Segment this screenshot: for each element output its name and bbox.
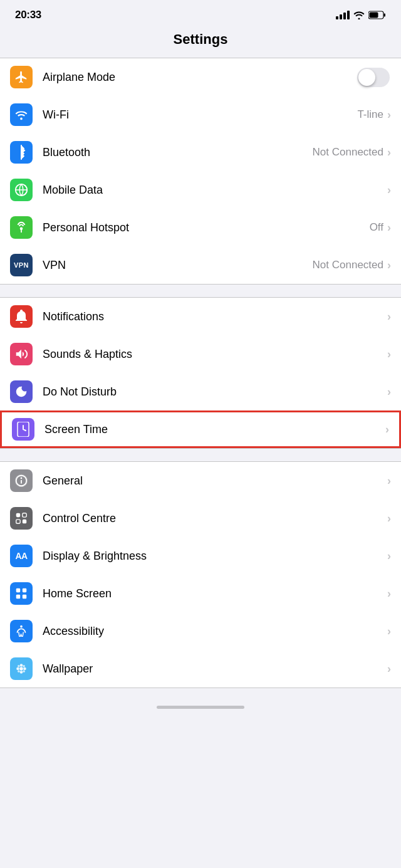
section-notifications: Notifications › Sounds & Haptics › Do No… <box>0 297 401 449</box>
svg-point-16 <box>19 667 23 671</box>
wifi-value: T-line <box>357 108 383 121</box>
status-bar: 20:33 <box>0 0 401 26</box>
airplane-mode-toggle[interactable] <box>357 68 390 87</box>
vpn-value: Not Connected <box>313 259 383 271</box>
bluetooth-icon <box>10 141 33 164</box>
wifi-label: Wi-Fi <box>43 108 357 122</box>
row-home-screen[interactable]: Home Screen › <box>0 575 401 612</box>
svg-point-23 <box>18 670 20 672</box>
row-control-centre[interactable]: Control Centre › <box>0 499 401 537</box>
general-chevron: › <box>387 475 391 486</box>
wifi-status-icon <box>353 11 365 19</box>
svg-point-15 <box>20 625 23 628</box>
wifi-icon <box>10 103 33 126</box>
hotspot-label: Personal Hotspot <box>43 221 370 234</box>
row-personal-hotspot[interactable]: Personal Hotspot Off › <box>0 209 401 246</box>
screen-time-label: Screen Time <box>44 423 385 436</box>
svg-rect-7 <box>16 513 20 517</box>
display-brightness-icon: AA <box>10 545 33 567</box>
home-screen-icon <box>10 582 33 605</box>
svg-rect-2 <box>370 13 378 18</box>
mobile-data-chevron: › <box>387 184 391 196</box>
dnd-chevron: › <box>387 386 391 397</box>
svg-rect-13 <box>16 595 20 599</box>
home-indicator <box>0 701 401 715</box>
svg-point-4 <box>20 227 23 231</box>
control-centre-chevron: › <box>387 513 391 524</box>
svg-rect-9 <box>16 520 20 523</box>
control-centre-label: Control Centre <box>43 512 387 525</box>
svg-point-21 <box>18 665 20 667</box>
svg-rect-10 <box>23 520 26 523</box>
status-icons <box>336 11 386 19</box>
airplane-mode-label: Airplane Mode <box>43 71 357 84</box>
wallpaper-label: Wallpaper <box>43 662 387 676</box>
display-aa-text: AA <box>15 551 27 561</box>
wifi-chevron: › <box>387 109 391 120</box>
row-airplane-mode[interactable]: Airplane Mode <box>0 58 401 96</box>
display-label: Display & Brightness <box>43 550 387 563</box>
svg-rect-12 <box>23 588 26 592</box>
svg-point-22 <box>23 665 25 667</box>
dnd-label: Do Not Disturb <box>43 385 387 399</box>
svg-rect-8 <box>23 513 26 517</box>
airplane-mode-icon <box>10 66 33 88</box>
row-sounds-haptics[interactable]: Sounds & Haptics › <box>0 335 401 373</box>
svg-point-20 <box>23 667 26 671</box>
sounds-label: Sounds & Haptics <box>43 348 387 361</box>
hotspot-value: Off <box>370 221 383 234</box>
general-label: General <box>43 474 387 488</box>
accessibility-label: Accessibility <box>43 625 387 638</box>
row-notifications[interactable]: Notifications › <box>0 298 401 335</box>
status-time: 20:33 <box>15 9 41 21</box>
notifications-icon <box>10 305 33 328</box>
svg-point-24 <box>23 670 25 672</box>
vpn-chevron: › <box>387 259 391 271</box>
row-bluetooth[interactable]: Bluetooth Not Connected › <box>0 133 401 171</box>
notifications-chevron: › <box>387 311 391 322</box>
svg-point-19 <box>16 667 19 671</box>
hotspot-icon <box>10 216 33 239</box>
home-screen-chevron: › <box>387 588 391 599</box>
wallpaper-chevron: › <box>387 663 391 674</box>
section-display: General › Control Centre › AA Display & … <box>0 461 401 688</box>
accessibility-icon <box>10 620 33 642</box>
section-connectivity: Airplane Mode Wi-Fi T-line › Bluetooth N… <box>0 58 401 285</box>
row-do-not-disturb[interactable]: Do Not Disturb › <box>0 373 401 410</box>
bluetooth-label: Bluetooth <box>43 146 313 159</box>
row-vpn[interactable]: VPN VPN Not Connected › <box>0 246 401 284</box>
row-wallpaper[interactable]: Wallpaper › <box>0 650 401 688</box>
wallpaper-icon <box>10 657 33 680</box>
sounds-chevron: › <box>387 348 391 360</box>
dnd-icon <box>10 380 33 403</box>
screen-time-icon <box>12 418 34 441</box>
svg-point-17 <box>20 664 23 667</box>
battery-status-icon <box>368 11 386 19</box>
row-screen-time[interactable]: Screen Time › <box>0 410 401 448</box>
home-bar <box>157 706 244 709</box>
bluetooth-value: Not Connected <box>313 146 383 159</box>
row-wifi[interactable]: Wi-Fi T-line › <box>0 96 401 133</box>
svg-rect-11 <box>16 588 20 592</box>
mobile-data-icon <box>10 179 33 201</box>
hotspot-chevron: › <box>387 222 391 233</box>
display-chevron: › <box>387 550 391 562</box>
vpn-icon: VPN <box>10 254 33 276</box>
svg-rect-14 <box>23 595 26 599</box>
mobile-data-label: Mobile Data <box>43 184 387 197</box>
row-general[interactable]: General › <box>0 462 401 499</box>
vpn-badge-text: VPN <box>14 261 29 269</box>
svg-rect-1 <box>384 14 386 17</box>
vpn-label: VPN <box>43 259 313 272</box>
svg-point-18 <box>20 671 23 674</box>
row-accessibility[interactable]: Accessibility › <box>0 612 401 650</box>
bluetooth-chevron: › <box>387 147 391 158</box>
sounds-icon <box>10 343 33 365</box>
row-mobile-data[interactable]: Mobile Data › <box>0 171 401 209</box>
row-display-brightness[interactable]: AA Display & Brightness › <box>0 537 401 575</box>
svg-rect-5 <box>21 230 22 233</box>
notifications-label: Notifications <box>43 310 387 323</box>
accessibility-chevron: › <box>387 625 391 637</box>
signal-icon <box>336 11 350 19</box>
control-centre-icon <box>10 507 33 530</box>
